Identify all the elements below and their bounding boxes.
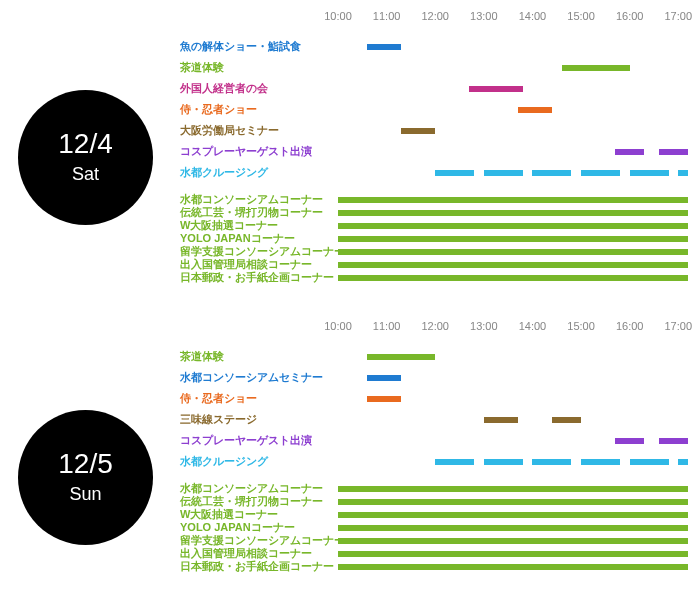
- segment: [435, 459, 474, 465]
- hour-label: 14:00: [519, 320, 547, 332]
- hour-label: 11:00: [373, 10, 401, 22]
- event-row: 侍・忍者ショー: [180, 99, 688, 120]
- segment: [338, 249, 688, 255]
- segment: [484, 459, 523, 465]
- segment: [615, 438, 644, 444]
- event-label: 三味線ステージ: [180, 413, 338, 425]
- track: [338, 245, 688, 258]
- track: [338, 57, 688, 78]
- event-label: 侍・忍者ショー: [180, 392, 338, 404]
- hour-label: 16:00: [616, 10, 644, 22]
- track: [338, 120, 688, 141]
- track: [338, 193, 688, 206]
- segment: [659, 438, 688, 444]
- event-label: 水都クルージング: [180, 455, 338, 467]
- segment: [678, 170, 688, 176]
- track: [338, 367, 688, 388]
- track: [338, 206, 688, 219]
- event-row: 茶道体験: [180, 57, 688, 78]
- booth-label: W大阪抽選コーナー: [180, 219, 338, 231]
- segment: [338, 210, 688, 216]
- booth-label: 出入国管理局相談コーナー: [180, 547, 338, 559]
- segment: [338, 538, 688, 544]
- timeline: 10:0011:0012:0013:0014:0015:0016:0017:00…: [180, 320, 688, 569]
- timeline: 10:0011:0012:0013:0014:0015:0016:0017:00…: [180, 10, 688, 280]
- booth-row: 水都コンソーシアムコーナー: [180, 482, 688, 495]
- booth-row: 出入国管理局相談コーナー: [180, 258, 688, 271]
- track: [338, 482, 688, 495]
- hour-label: 13:00: [470, 10, 498, 22]
- segment: [401, 128, 435, 134]
- track: [338, 36, 688, 57]
- hour-label: 14:00: [519, 10, 547, 22]
- segment: [659, 149, 688, 155]
- event-label: コスプレーヤーゲスト出演: [180, 434, 338, 446]
- rows: 茶道体験水都コンソーシアムセミナー侍・忍者ショー三味線ステージコスプレーヤーゲス…: [180, 346, 688, 573]
- event-row: コスプレーヤーゲスト出演: [180, 141, 688, 162]
- segment: [581, 170, 620, 176]
- booth-row: 伝統工芸・堺打刃物コーナー: [180, 495, 688, 508]
- track: [338, 346, 688, 367]
- event-row: 水都クルージング: [180, 162, 688, 183]
- track: [338, 547, 688, 560]
- event-label: 茶道体験: [180, 350, 338, 362]
- booth-label: 伝統工芸・堺打刃物コーナー: [180, 206, 338, 218]
- event-row: 外国人経営者の会: [180, 78, 688, 99]
- event-row: 茶道体験: [180, 346, 688, 367]
- track: [338, 219, 688, 232]
- booth-label: W大阪抽選コーナー: [180, 508, 338, 520]
- hour-label: 17:00: [665, 320, 693, 332]
- event-row: 大阪労働局セミナー: [180, 120, 688, 141]
- segment: [484, 417, 518, 423]
- booth-label: YOLO JAPANコーナー: [180, 521, 338, 533]
- date-sub: Sun: [69, 484, 101, 505]
- booth-label: 留学支援コンソーシアムコーナー: [180, 245, 338, 257]
- track: [338, 162, 688, 183]
- hour-label: 16:00: [616, 320, 644, 332]
- booth-label: YOLO JAPANコーナー: [180, 232, 338, 244]
- track: [338, 495, 688, 508]
- hour-label: 11:00: [373, 320, 401, 332]
- event-label: コスプレーヤーゲスト出演: [180, 145, 338, 157]
- booth-row: 出入国管理局相談コーナー: [180, 547, 688, 560]
- track: [338, 271, 688, 284]
- segment: [338, 223, 688, 229]
- track: [338, 232, 688, 245]
- track: [338, 141, 688, 162]
- date-main: 12/4: [58, 130, 113, 158]
- hour-label: 15:00: [567, 320, 595, 332]
- segment: [338, 551, 688, 557]
- booth-row: 伝統工芸・堺打刃物コーナー: [180, 206, 688, 219]
- event-row: 水都クルージング: [180, 451, 688, 472]
- track: [338, 451, 688, 472]
- booth-label: 留学支援コンソーシアムコーナー: [180, 534, 338, 546]
- segment: [532, 459, 571, 465]
- event-label: 大阪労働局セミナー: [180, 124, 338, 136]
- segment: [615, 149, 644, 155]
- hour-label: 10:00: [324, 320, 352, 332]
- event-label: 水都クルージング: [180, 166, 338, 178]
- segment: [367, 354, 435, 360]
- booth-label: 日本郵政・お手紙企画コーナー: [180, 560, 338, 572]
- segment: [630, 459, 669, 465]
- event-row: コスプレーヤーゲスト出演: [180, 430, 688, 451]
- segment: [469, 86, 522, 92]
- hour-label: 12:00: [421, 10, 449, 22]
- hour-label: 10:00: [324, 10, 352, 22]
- booth-row: 留学支援コンソーシアムコーナー: [180, 534, 688, 547]
- segment: [484, 170, 523, 176]
- hour-label: 13:00: [470, 320, 498, 332]
- segment: [367, 375, 401, 381]
- booth-row: 水都コンソーシアムコーナー: [180, 193, 688, 206]
- track: [338, 78, 688, 99]
- booth-label: 水都コンソーシアムコーナー: [180, 193, 338, 205]
- track: [338, 258, 688, 271]
- booth-row: 日本郵政・お手紙企画コーナー: [180, 560, 688, 573]
- hour-label: 15:00: [567, 10, 595, 22]
- booth-row: YOLO JAPANコーナー: [180, 232, 688, 245]
- track: [338, 521, 688, 534]
- segment: [678, 459, 688, 465]
- segment: [518, 107, 552, 113]
- booth-row: 留学支援コンソーシアムコーナー: [180, 245, 688, 258]
- segment: [338, 486, 688, 492]
